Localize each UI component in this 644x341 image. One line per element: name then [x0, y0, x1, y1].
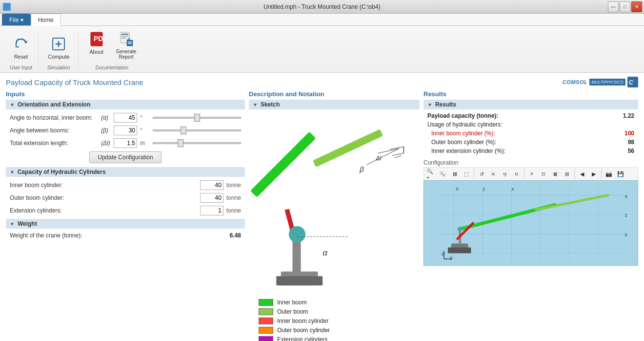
outer-boom-cylinder-input[interactable] [200, 193, 223, 203]
reset-icon [12, 35, 30, 53]
extension-cylinder-result-row: Inner extension cylinder (%): 56 [423, 147, 638, 155]
ribbon-group-label-documentation: Documentation [96, 63, 128, 70]
report-icon [117, 30, 135, 48]
results-title: Results [423, 90, 638, 98]
results-section-header[interactable]: ▼ Results [423, 100, 638, 109]
svg-text:C: C [629, 79, 633, 86]
outer-cylinder-result-value: 98 [615, 139, 634, 146]
svg-text:α: α [322, 248, 328, 257]
comsol-icon: C [627, 77, 638, 87]
legend-color-outer-boom [259, 308, 273, 315]
inner-boom-cylinder-input[interactable] [200, 180, 223, 190]
extension-cylinder-result-label: Inner extension cylinder (%): [427, 148, 615, 154]
update-configuration-button[interactable]: Update Configuration [89, 151, 161, 163]
svg-text:4: 4 [625, 194, 627, 199]
outer-cylinder-result-label: Outer boom cylinder (%): [427, 139, 615, 146]
angle-horizontal-unit: ° [140, 114, 150, 121]
weight-section-header[interactable]: ▼ Weight [6, 219, 245, 229]
hydraulic-collapse-arrow: ▼ [10, 170, 15, 175]
legend-label-inner-boom: Inner boom [277, 299, 307, 306]
angle-booms-slider-container [153, 129, 241, 131]
page-header: Payload Capacity of Truck Mounted Crane … [6, 77, 638, 87]
prev-frame-button[interactable]: ◀ [577, 169, 587, 179]
legend: Inner boom Outer boom Inner boom cylinde… [249, 297, 420, 341]
close-button[interactable]: ✕ [631, 1, 642, 12]
results-column: Results ▼ Results Payload capacity (tonn… [423, 90, 638, 341]
inner-boom-cylinder-label: Inner boom cylinder: [10, 182, 197, 189]
extension-length-input[interactable] [114, 138, 137, 148]
svg-rect-21 [313, 129, 383, 167]
legend-label-outer-cylinder: Outer boom cylinder [277, 327, 330, 334]
window-title: Untitled.mph - Truck Mounted Crane (C:\s… [263, 3, 380, 10]
weight-section-label: Weight [18, 220, 37, 227]
legend-toggle-button[interactable]: ▤ [562, 169, 572, 179]
svg-rect-20 [250, 132, 316, 197]
extension-cylinders-row: Extension cylinders: tonne [6, 204, 245, 217]
reset-button[interactable]: Reset [8, 33, 34, 62]
rotate-button[interactable]: ↺ [476, 169, 487, 179]
toolbar-separator-4 [601, 169, 602, 179]
extension-length-unit: m [140, 140, 150, 147]
svg-text:Δl: Δl [376, 155, 382, 162]
extension-length-slider[interactable] [153, 142, 241, 144]
grid-button[interactable]: # [526, 169, 537, 179]
legend-color-outer-cylinder [259, 327, 273, 334]
next-frame-button[interactable]: ▶ [588, 169, 599, 179]
inner-cylinder-result-label: Inner boom cylinder (%): [427, 130, 615, 137]
angle-booms-input[interactable] [114, 126, 137, 135]
axes-button[interactable]: ⊡ [538, 169, 549, 179]
colorbar-button[interactable]: ▦ [550, 169, 561, 179]
payload-label: Payload capacity (tonne): [427, 112, 615, 119]
tab-file[interactable]: File ▾ [2, 14, 31, 25]
hydraulic-usage-row: Usage of hydraulic cylinders: [423, 120, 638, 129]
extension-cylinders-input[interactable] [200, 206, 223, 215]
legend-outer-cylinder: Outer boom cylinder [259, 327, 410, 334]
svg-rect-8 [121, 36, 128, 37]
extension-cylinders-unit: tonne [226, 207, 241, 214]
orientation-section-header[interactable]: ▼ Orientation and Extension [6, 100, 245, 109]
svg-rect-7 [121, 34, 128, 35]
save-image-button[interactable]: 💾 [615, 169, 626, 179]
extension-length-symbol: (Δl) [101, 140, 111, 147]
svg-text:2: 2 [483, 187, 485, 192]
svg-line-32 [395, 155, 402, 158]
zoom-out-button[interactable]: 🔍- [438, 169, 448, 179]
compute-icon [50, 35, 67, 53]
angle-booms-symbol: (β) [101, 127, 111, 134]
config-crane-svg: 0 2 4 4 2 0 z y [424, 181, 638, 265]
hydraulic-section-header[interactable]: ▼ Capacity of Hydraulic Cylinders [6, 167, 245, 177]
toolbar-separator-2 [524, 169, 524, 179]
angle-horizontal-slider[interactable] [153, 117, 241, 119]
compute-button[interactable]: Compute [43, 33, 74, 62]
generate-report-button[interactable]: GenerateReport [112, 28, 141, 62]
svg-text:0: 0 [456, 187, 459, 192]
svg-point-22 [289, 226, 305, 243]
pan-y-button[interactable]: Iy [500, 169, 510, 179]
toolbar-separator-1 [474, 169, 474, 179]
zoom-in-button[interactable]: 🔍+ [426, 169, 437, 179]
angle-booms-slider[interactable] [153, 129, 241, 131]
zoom-extents-button[interactable]: ⊠ [449, 169, 460, 179]
hydraulic-usage-label: Usage of hydraulic cylinders: [427, 121, 634, 128]
weight-collapse-arrow: ▼ [10, 221, 15, 227]
crane-weight-label: Weight of the crane (tonne): [10, 232, 219, 239]
svg-line-27 [378, 149, 399, 153]
sketch-section-header[interactable]: ▼ Sketch [249, 100, 420, 109]
svg-text:PDF: PDF [94, 35, 104, 43]
flip-button[interactable]: Iz [511, 169, 522, 179]
outer-boom-cylinder-label: Outer boom cylinder: [10, 194, 197, 201]
inputs-title: Inputs [6, 90, 245, 98]
pan-x-button[interactable]: Ix [488, 169, 499, 179]
angle-booms-row: Angle between booms: (β) ° [6, 124, 245, 137]
config-toolbar: 🔍+ 🔍- ⊠ ⬚ ↺ Ix Iy Iz [423, 167, 638, 180]
maximize-button[interactable]: □ [620, 1, 630, 12]
minimize-button[interactable]: — [608, 1, 619, 12]
angle-horizontal-input[interactable] [114, 113, 137, 123]
comsol-logo: COMSOL MULTIPHYSICS C [563, 77, 638, 87]
crane-weight-row: Weight of the crane (tonne): 6.48 [6, 231, 245, 240]
crane-weight-value: 6.48 [221, 232, 241, 239]
about-button[interactable]: PDF About [83, 28, 110, 62]
tab-home[interactable]: Home [31, 14, 61, 26]
screenshot-button[interactable]: 📷 [604, 169, 614, 179]
zoom-box-button[interactable]: ⬚ [461, 169, 472, 179]
